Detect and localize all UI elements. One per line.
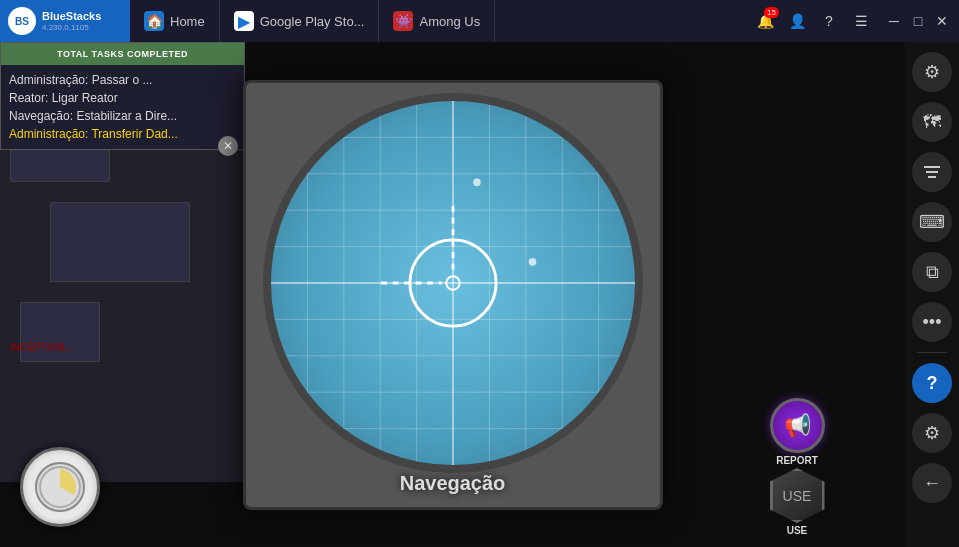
use-icon: USE xyxy=(770,468,825,523)
radar-display xyxy=(263,93,643,473)
task-header-label: TOTAL TASKS COMPLETED xyxy=(9,47,236,61)
tab-store-label: Google Play Sto... xyxy=(260,14,365,29)
nav-modal-title: Navegação xyxy=(400,472,506,495)
task-item-3: Navegação: Estabilizar a Dire... xyxy=(9,107,236,125)
sidebar-help-button[interactable]: ? xyxy=(912,363,952,403)
store-tab-icon: ▶ xyxy=(234,11,254,31)
sidebar-back-button[interactable]: ← xyxy=(912,463,952,503)
menu-button[interactable]: ☰ xyxy=(847,7,875,35)
nav-wheel[interactable] xyxy=(20,447,100,527)
map-room-nav xyxy=(20,302,100,362)
sidebar-map-button[interactable]: 🗺 xyxy=(912,102,952,142)
maximize-button[interactable]: □ xyxy=(907,10,929,32)
sidebar-keyboard-button[interactable]: ⌨ xyxy=(912,202,952,242)
use-button[interactable]: USE USE xyxy=(757,467,837,537)
right-sidebar: ⚙ 🗺 ⌨ ⧉ ••• ? ⚙ ← xyxy=(905,42,959,547)
sidebar-settings-button[interactable]: ⚙ xyxy=(912,52,952,92)
sidebar-copy-button[interactable]: ⧉ xyxy=(912,252,952,292)
task-header: TOTAL TASKS COMPLETED xyxy=(1,43,244,65)
sidebar-gear2-button[interactable]: ⚙ xyxy=(912,413,952,453)
map-room-reactor xyxy=(50,202,190,282)
tab-game[interactable]: 👾 Among Us xyxy=(379,0,495,42)
tab-store[interactable]: ▶ Google Play Sto... xyxy=(220,0,380,42)
window-controls: ─ □ ✕ xyxy=(883,10,959,32)
svg-rect-25 xyxy=(924,166,940,168)
navigation-modal[interactable]: Navegação xyxy=(243,80,663,510)
tab-bar: 🏠 Home ▶ Google Play Sto... 👾 Among Us xyxy=(130,0,743,42)
brand-version: 4.230.0.1105 xyxy=(42,23,101,32)
close-button[interactable]: ✕ xyxy=(931,10,953,32)
notification-button[interactable]: 🔔 15 xyxy=(751,7,779,35)
svg-rect-26 xyxy=(926,171,938,173)
task-list: Administração: Passar o ... Reator: Liga… xyxy=(1,65,244,149)
toolbar-controls: 🔔 15 👤 ? ☰ xyxy=(743,7,883,35)
svg-point-22 xyxy=(473,178,481,186)
map-label-inception: INCEPTION... xyxy=(10,342,73,353)
report-label: REPORT xyxy=(776,455,818,466)
task-close-button[interactable]: ✕ xyxy=(218,136,238,156)
sidebar-filter-button[interactable] xyxy=(912,152,952,192)
sidebar-separator xyxy=(917,352,947,353)
brand-name: BlueStacks xyxy=(42,10,101,23)
nav-wheel-inner xyxy=(35,462,85,512)
help-button[interactable]: ? xyxy=(815,7,843,35)
task-item-1: Administração: Passar o ... xyxy=(9,71,236,89)
radar-grid-svg xyxy=(271,101,635,465)
task-item-4: Administração: Transferir Dad... xyxy=(9,125,236,143)
sidebar-more-button[interactable]: ••• xyxy=(912,302,952,342)
ship-map-background: INCEPTION... xyxy=(0,102,250,482)
report-button[interactable]: 📢 REPORT xyxy=(757,397,837,467)
account-button[interactable]: 👤 xyxy=(783,7,811,35)
tab-game-label: Among Us xyxy=(419,14,480,29)
titlebar: BS BlueStacks 4.230.0.1105 🏠 Home ▶ Goog… xyxy=(0,0,959,42)
use-label: USE xyxy=(787,525,808,536)
game-area: INCEPTION... TOTAL TASKS COMPLETED Admin… xyxy=(0,42,905,547)
minimize-button[interactable]: ─ xyxy=(883,10,905,32)
notification-badge: 15 xyxy=(764,7,779,18)
svg-rect-27 xyxy=(928,176,936,178)
tab-home[interactable]: 🏠 Home xyxy=(130,0,220,42)
game-tab-icon: 👾 xyxy=(393,11,413,31)
svg-point-23 xyxy=(528,258,536,266)
task-item-2: Reator: Ligar Reator xyxy=(9,89,236,107)
home-tab-icon: 🏠 xyxy=(144,11,164,31)
filter-icon xyxy=(922,162,942,182)
nav-wheel-svg xyxy=(38,465,82,509)
bluestacks-logo: BS xyxy=(8,7,36,35)
report-icon: 📢 xyxy=(770,398,825,453)
tab-home-label: Home xyxy=(170,14,205,29)
task-panel: TOTAL TASKS COMPLETED Administração: Pas… xyxy=(0,42,245,150)
brand-area: BS BlueStacks 4.230.0.1105 xyxy=(0,0,130,42)
